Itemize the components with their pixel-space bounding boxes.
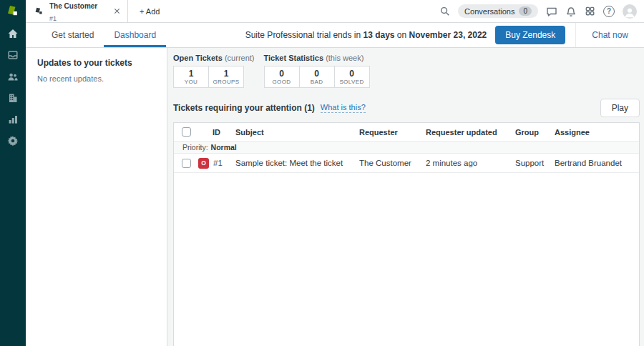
tab-dashboard[interactable]: Dashboard [104,23,166,47]
dashboard-main: Open Tickets (current) 1 YOU 1 GROUPS Ti… [167,48,644,346]
trial-date: November 23, 2022 [409,30,487,40]
select-all-checkbox-cell [174,127,198,137]
content-area: Updates to your tickets No recent update… [26,48,644,346]
play-button[interactable]: Play [600,99,640,117]
close-icon[interactable] [112,6,122,16]
tickets-table: ID Subject Requester Requester updated G… [173,122,640,346]
column-header-id[interactable]: ID [198,128,235,137]
add-tab-button[interactable]: + Add [128,0,171,22]
trial-prefix: Suite Professional trial ends in [245,30,364,40]
conversations-label: Conversations [464,7,514,16]
stat-box-solved[interactable]: 0 SOLVED [334,66,370,88]
trial-days: 13 days [363,30,394,40]
open-tickets-title: Open Tickets [173,54,223,62]
updates-panel-title: Updates to your tickets [37,58,155,68]
stat-you-value: 1 [189,69,194,79]
ticket-id-cell: O #1 [198,158,235,169]
ticket-tab[interactable]: The Customer #1 [26,0,128,22]
main-area: The Customer #1 + Add Conversations 0 [26,0,644,346]
ticket-subject[interactable]: Sample ticket: Meet the ticket [235,159,359,167]
stat-group-ticket-statistics: Ticket Statistics (this week) 0 GOOD 0 B… [264,54,370,88]
ticket-statistics-label: Ticket Statistics (this week) [264,54,370,62]
ticket-tab-id: #1 [49,15,57,22]
help-icon[interactable]: ? [603,6,615,17]
column-header-group[interactable]: Group [515,128,555,137]
conversations-button[interactable]: Conversations 0 [458,4,538,18]
products-grid-icon[interactable] [585,6,595,16]
stat-groups-value: 1 [224,69,229,79]
search-icon[interactable] [439,6,450,16]
tickets-heading: Tickets requiring your attention (1) [173,103,315,113]
top-bar-actions: Conversations 0 ? [439,0,644,22]
priority-group-row: Priority:Normal [174,142,639,154]
column-header-assignee[interactable]: Assignee [555,128,639,137]
stat-groups-label: GROUPS [213,79,239,85]
stat-box-you[interactable]: 1 YOU [173,66,209,88]
customers-icon[interactable] [0,66,26,87]
stat-bad-label: BAD [311,79,323,85]
chat-icon[interactable] [546,6,557,17]
conversations-count-badge: 0 [519,6,532,16]
ticket-id: #1 [213,159,223,167]
sub-header: Get started Dashboard Suite Professional… [26,23,644,48]
ticket-icon [34,6,44,16]
home-icon[interactable] [0,23,26,44]
ticket-assignee: Bertrand Bruandet [555,159,639,167]
person-icon [623,6,636,19]
stat-group-open-tickets: Open Tickets (current) 1 YOU 1 GROUPS [173,54,255,88]
views-icon[interactable] [0,44,26,66]
tab-get-started[interactable]: Get started [42,23,104,47]
priority-group-label: Priority: [182,143,208,152]
stats-row: Open Tickets (current) 1 YOU 1 GROUPS Ti… [173,54,640,88]
priority-group-value: Normal [211,143,237,152]
trial-text: Suite Professional trial ends in 13 days… [245,30,487,40]
column-header-requester-updated[interactable]: Requester updated [426,128,515,137]
tickets-section-header: Tickets requiring your attention (1) Wha… [173,99,640,117]
updates-empty-message: No recent updates. [37,74,155,83]
stat-box-good[interactable]: 0 GOOD [264,66,300,88]
top-bar: The Customer #1 + Add Conversations 0 [26,0,644,23]
updates-panel: Updates to your tickets No recent update… [26,48,167,346]
open-tickets-boxes: 1 YOU 1 GROUPS [173,66,255,88]
chat-now-link[interactable]: Chat now [576,30,644,40]
table-header-row: ID Subject Requester Requester updated G… [174,123,639,142]
select-all-checkbox[interactable] [182,127,191,137]
admin-icon[interactable] [0,130,26,152]
left-nav-rail [0,0,26,346]
reporting-icon[interactable] [0,109,26,130]
column-header-requester[interactable]: Requester [359,128,426,137]
stat-box-groups[interactable]: 1 GROUPS [208,66,244,88]
stat-good-value: 0 [279,69,284,79]
stat-bad-value: 0 [314,69,319,79]
ticket-requester-updated: 2 minutes ago [426,159,515,167]
ticket-requester: The Customer [359,159,426,167]
buy-zendesk-button[interactable]: Buy Zendesk [495,26,565,44]
ticket-statistics-title: Ticket Statistics [264,54,324,62]
open-status-badge: O [198,158,209,169]
column-header-subject[interactable]: Subject [235,128,359,137]
table-row[interactable]: O #1 Sample ticket: Meet the ticket The … [174,154,639,173]
trial-banner: Suite Professional trial ends in 13 days… [245,23,644,47]
open-tickets-subtitle: (current) [223,54,255,62]
stat-you-label: YOU [185,79,198,85]
open-tickets-label: Open Tickets (current) [173,54,255,62]
notifications-bell-icon[interactable] [565,6,577,17]
avatar[interactable] [623,4,637,19]
stat-solved-value: 0 [349,69,354,79]
trial-mid: on [395,30,409,40]
ticket-group: Support [515,159,555,167]
row-checkbox-cell [174,159,198,168]
stat-good-label: GOOD [272,79,291,85]
zendesk-logo[interactable] [0,0,26,23]
what-is-this-link[interactable]: What is this? [321,103,366,113]
stat-solved-label: SOLVED [339,79,364,85]
ticket-statistics-boxes: 0 GOOD 0 BAD 0 SOLVED [264,66,370,88]
ticket-tab-text: The Customer #1 [49,0,112,23]
organizations-icon[interactable] [0,87,26,109]
ticket-statistics-subtitle: (this week) [323,54,364,62]
row-checkbox[interactable] [182,159,191,168]
ticket-tab-title: The Customer [49,2,97,10]
dashboard-tabs: Get started Dashboard [26,23,166,47]
zendesk-logo-icon [5,4,21,19]
stat-box-bad[interactable]: 0 BAD [299,66,335,88]
